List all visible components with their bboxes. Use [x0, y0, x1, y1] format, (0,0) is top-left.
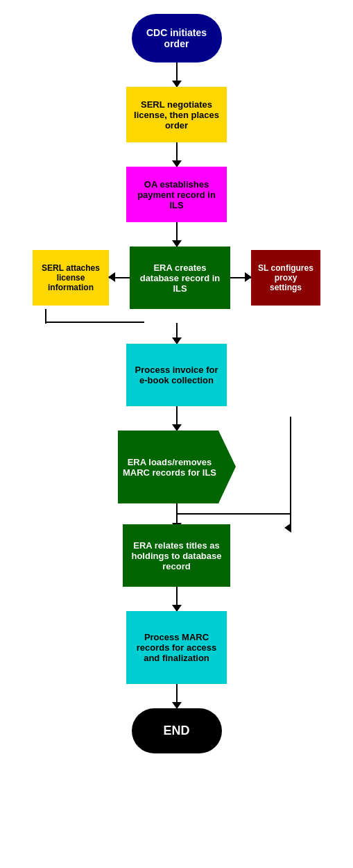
serl-attaches-node: SERL attaches license information [33, 250, 109, 306]
serl-license-node: SERL negotiates license, then places ord… [126, 87, 227, 142]
oa-payment-node: OA establishes payment record in ILS [126, 167, 227, 222]
process-marc-node: Process MARC records for access and fina… [126, 611, 227, 684]
end-node: END [132, 708, 222, 753]
arrow-4 [176, 323, 178, 344]
arrow-3 [176, 222, 178, 247]
arrow-6 [176, 587, 178, 611]
era-relates-node: ERA relates titles as holdings to databa… [123, 524, 230, 587]
arrow-5 [176, 406, 178, 431]
process-invoice-node: Process invoice for e-book collection [126, 344, 227, 406]
era-creates-node: ERA creates database record in ILS [130, 247, 230, 309]
sl-configures-node: SL configures proxy settings [251, 250, 320, 306]
h-arrow-left [109, 277, 130, 278]
flowchart: CDC initiates order SERL negotiates lice… [0, 14, 353, 753]
middle-row: SERL attaches license information ERA cr… [0, 247, 353, 309]
arrow-7 [176, 684, 178, 708]
cdc-node: CDC initiates order [132, 14, 222, 62]
h-arrow-right [230, 277, 251, 278]
arrow-2 [176, 142, 178, 167]
arrow-1 [176, 62, 178, 87]
era-loads-node: ERA loads/removes MARC records for ILS [118, 457, 236, 478]
